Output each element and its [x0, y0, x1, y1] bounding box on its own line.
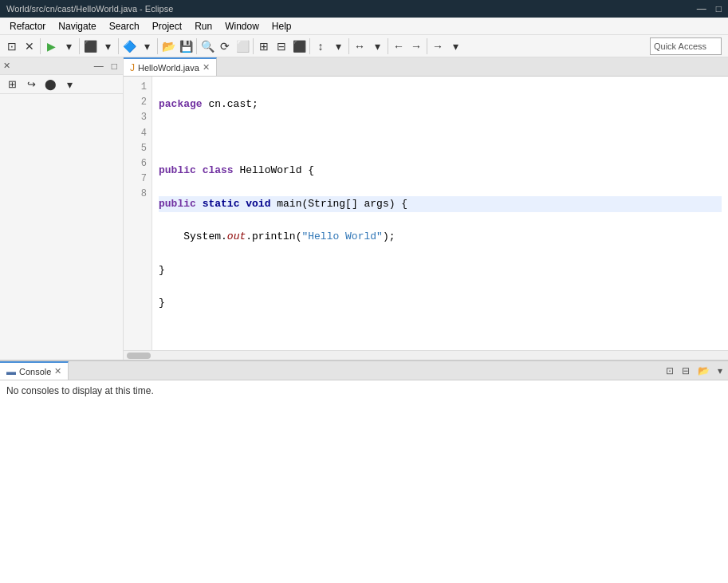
code-line-6: }: [159, 262, 722, 279]
code-line-7: }: [159, 295, 722, 312]
toolbar-btn-17[interactable]: ↔: [351, 37, 368, 55]
quick-access-input[interactable]: Quick Access: [650, 37, 722, 55]
code-line-4: public static void main(String[] args) {: [159, 196, 722, 213]
left-toolbar-btn-3[interactable]: ⬤: [41, 76, 59, 93]
code-line-1: package cn.cast;: [159, 97, 722, 113]
toolbar-btn-20[interactable]: ▾: [447, 37, 464, 55]
toolbar-btn-14[interactable]: ⬛: [290, 37, 308, 55]
editor-scrollbar[interactable]: [124, 350, 728, 360]
code-line-3: public class HelloWorld {: [159, 163, 722, 179]
toolbar-btn-19[interactable]: →: [429, 37, 447, 55]
console-icon: ▬: [6, 366, 16, 377]
menu-run[interactable]: Run: [188, 18, 218, 34]
toolbar-sep-9: [388, 38, 388, 54]
upper-area: ✕ — □ ⊞ ↪ ⬤ ▾ J HelloWorld.java ✕: [0, 57, 728, 360]
toolbar-btn-9[interactable]: 🔍: [199, 37, 216, 55]
left-panel-header: ✕ — □: [0, 57, 123, 75]
toolbar-sep-3: [118, 38, 119, 54]
toolbar-btn-8[interactable]: 💾: [177, 37, 195, 55]
code-editor[interactable]: 1 2 3 4 5 6 7 8 package cn.cast; public …: [124, 77, 728, 350]
menu-help[interactable]: Help: [266, 18, 298, 34]
menu-refactor[interactable]: Refactor: [3, 18, 52, 34]
console-controls: ⊡ ⊟ 📂 ▾: [663, 364, 728, 377]
maximize-button[interactable]: □: [716, 3, 722, 14]
console-panel: ▬ Console ✕ ⊡ ⊟ 📂 ▾ No consoles to displ…: [0, 360, 728, 583]
toolbar-btn-13[interactable]: ⊟: [273, 37, 290, 55]
toolbar-btn-run-dd[interactable]: ▾: [60, 37, 77, 55]
console-tab-left: ▬ Console ✕: [0, 361, 69, 380]
left-panel-controls: — □: [92, 60, 120, 73]
left-panel-toolbar: ⊞ ↪ ⬤ ▾: [0, 75, 123, 94]
menu-window[interactable]: Window: [218, 18, 266, 34]
toolbar-sep-5: [196, 38, 197, 54]
left-panel-close[interactable]: ✕: [3, 61, 10, 71]
toolbar-btn-2[interactable]: ✕: [21, 37, 38, 55]
console-tabs: ▬ Console ✕ ⊡ ⊟ 📂 ▾: [0, 361, 728, 380]
toolbar: ⊡ ✕ ▶ ▾ ⬛ ▾ 🔷 ▾ 📂 💾 🔍 ⟳ ⬜ ⊞ ⊟ ⬛ ↕ ▾ ↔ ▾ …: [0, 35, 728, 57]
left-toolbar-btn-2[interactable]: ↪: [22, 76, 40, 93]
console-content: No consoles to display at this time.: [0, 380, 728, 401]
scrollbar-thumb[interactable]: [127, 353, 151, 359]
menu-navigate[interactable]: Navigate: [52, 18, 102, 34]
no-console-message: No consoles to display at this time.: [6, 385, 154, 396]
code-line-8: [159, 329, 722, 345]
toolbar-btn-4[interactable]: ▾: [99, 37, 116, 55]
toolbar-sep-8: [348, 38, 349, 54]
toolbar-btn-1[interactable]: ⊡: [3, 37, 21, 55]
console-ctrl-1[interactable]: ⊡: [663, 364, 676, 377]
toolbar-btn-5[interactable]: 🔷: [120, 37, 138, 55]
toolbar-btn-7[interactable]: 📂: [159, 37, 177, 55]
console-ctrl-2[interactable]: ⊟: [679, 364, 692, 377]
code-line-2: [159, 129, 722, 146]
java-file-icon: J: [130, 62, 135, 73]
left-panel: ✕ — □ ⊞ ↪ ⬤ ▾: [0, 57, 124, 360]
menu-search[interactable]: Search: [103, 18, 146, 34]
toolbar-btn-run[interactable]: ▶: [42, 37, 60, 55]
toolbar-group-1: ⊡ ✕ ▶ ▾ ⬛ ▾ 🔷 ▾ 📂 💾 🔍 ⟳ ⬜ ⊞ ⊟ ⬛ ↕ ▾ ↔ ▾ …: [3, 37, 464, 55]
code-line-5: System.out.println("Hello World");: [159, 229, 722, 246]
console-ctrl-3[interactable]: 📂: [695, 364, 712, 377]
main-area: ✕ — □ ⊞ ↪ ⬤ ▾ J HelloWorld.java ✕: [0, 57, 728, 583]
code-content[interactable]: package cn.cast; public class HelloWorld…: [152, 77, 728, 350]
editor-area: J HelloWorld.java ✕ 1 2 3 4 5 6 7 8 pack…: [124, 57, 728, 360]
minimize-button[interactable]: —: [697, 3, 706, 14]
line-numbers: 1 2 3 4 5 6 7 8: [124, 77, 152, 350]
toolbar-sep-4: [157, 38, 158, 54]
toolbar-back[interactable]: ←: [390, 37, 407, 55]
quick-access-label: Quick Access: [654, 41, 706, 51]
left-toolbar-dropdown[interactable]: ▾: [61, 76, 78, 93]
toolbar-btn-15[interactable]: ↕: [312, 37, 329, 55]
toolbar-btn-3[interactable]: ⬛: [81, 37, 99, 55]
toolbar-btn-16[interactable]: ▾: [329, 37, 347, 55]
window-controls: — □: [697, 3, 722, 14]
toolbar-forward[interactable]: →: [407, 37, 425, 55]
menu-project[interactable]: Project: [146, 18, 188, 34]
editor-tabs: J HelloWorld.java ✕: [124, 57, 728, 77]
console-tab-close[interactable]: ✕: [54, 366, 61, 376]
console-ctrl-dropdown[interactable]: ▾: [715, 364, 725, 377]
tab-filename: HelloWorld.java: [138, 63, 199, 73]
toolbar-btn-10[interactable]: ⟳: [216, 37, 234, 55]
toolbar-sep-6: [253, 38, 254, 54]
toolbar-btn-18[interactable]: ▾: [368, 37, 386, 55]
menu-bar: Refactor Navigate Search Project Run Win…: [0, 18, 728, 35]
toolbar-sep-10: [427, 38, 427, 54]
window-title: World/src/cn/cast/HelloWorld.java - Ecli…: [6, 4, 173, 14]
toolbar-sep-1: [40, 38, 41, 54]
title-bar: World/src/cn/cast/HelloWorld.java - Ecli…: [0, 0, 728, 18]
console-tab-label: Console: [19, 367, 51, 376]
tab-close-button[interactable]: ✕: [203, 62, 210, 73]
console-tab[interactable]: ▬ Console ✕: [0, 361, 69, 380]
toolbar-btn-12[interactable]: ⊞: [255, 37, 273, 55]
left-panel-minimize[interactable]: —: [92, 60, 106, 73]
toolbar-sep-7: [309, 38, 310, 54]
editor-tab-helloworld[interactable]: J HelloWorld.java ✕: [124, 57, 217, 76]
left-panel-maximize[interactable]: □: [109, 60, 120, 73]
toolbar-sep-2: [79, 38, 80, 54]
toolbar-btn-11[interactable]: ⬜: [234, 37, 251, 55]
left-toolbar-btn-1[interactable]: ⊞: [3, 76, 21, 93]
toolbar-btn-6[interactable]: ▾: [138, 37, 155, 55]
